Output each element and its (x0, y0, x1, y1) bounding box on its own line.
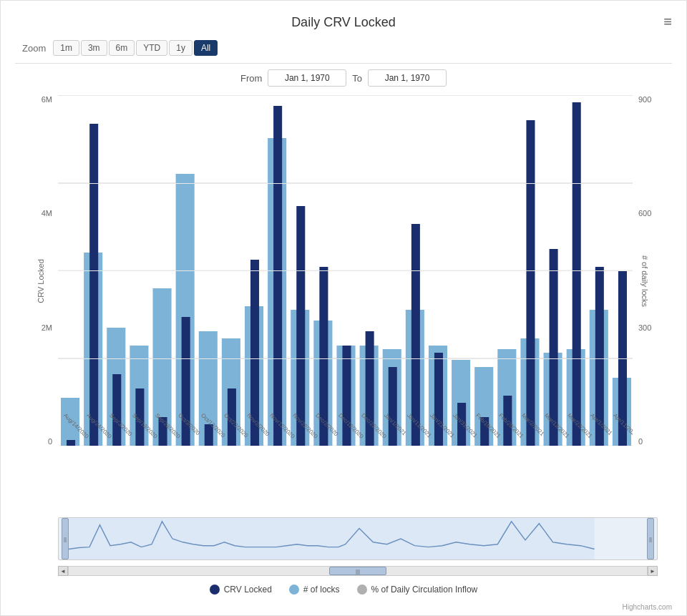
zoom-ytd[interactable]: YTD (136, 40, 167, 56)
zoom-6m[interactable]: 6m (109, 40, 135, 56)
zoom-3m[interactable]: 3m (81, 40, 107, 56)
y-right-label-900: 900 (638, 95, 651, 104)
y-axis-right: 900 600 300 0 (633, 95, 672, 467)
scroll-thumb[interactable]: ||| (329, 567, 387, 575)
from-date-input[interactable] (268, 69, 346, 87)
to-date-input[interactable] (368, 69, 447, 87)
grid-line-top (58, 95, 633, 96)
zoom-label: Zoom (22, 43, 46, 54)
svg-text:Apr/1/2021: Apr/1/2021 (589, 412, 613, 436)
y-right-label-0: 0 (638, 437, 643, 446)
legend-dot-circulation (357, 585, 367, 595)
y-left-label-4m: 4M (42, 209, 52, 217)
svg-rect-80 (69, 518, 595, 559)
scroll-right-arrow[interactable]: ► (648, 566, 658, 576)
y-right-label-600: 600 (638, 209, 651, 217)
scrollbar-area: ◄ ||| ► (58, 566, 658, 576)
legend-dot-locks (289, 585, 299, 595)
y-left-label-2m: 2M (42, 323, 52, 332)
zoom-1y[interactable]: 1y (169, 40, 193, 56)
date-range-row: From To (15, 69, 672, 87)
x-axis-labels: Aug/14/2020 Aug/24/2020 Sep/3/2020 Sep/1… (58, 409, 633, 446)
navigator-handle-left[interactable]: || (62, 518, 69, 559)
legend-label-circulation: % of Daily Circulation Inflow (371, 585, 478, 595)
zoom-all[interactable]: All (194, 40, 218, 56)
scroll-track[interactable]: ||| (68, 566, 648, 576)
chart-container: Daily CRV Locked ≡ Zoom 1m 3m 6m YTD 1y … (0, 0, 687, 616)
y-left-label-0: 0 (48, 437, 52, 446)
legend-item-circulation: % of Daily Circulation Inflow (357, 585, 478, 595)
bars-area: Aug/14/2020 Aug/24/2020 Sep/3/2020 Sep/1… (58, 95, 633, 446)
y-axis-left-title: CRV Locked (36, 259, 45, 303)
to-label: To (352, 73, 362, 84)
navigator-svg (69, 518, 595, 559)
legend-area: CRV Locked # of locks % of Daily Circula… (15, 585, 672, 595)
legend-label-crv-locked: CRV Locked (224, 585, 272, 595)
hamburger-menu[interactable]: ≡ (663, 14, 672, 30)
grid-line-25 (58, 183, 633, 184)
grid-line-75 (58, 358, 633, 359)
navigator-wrapper: || || ◄ ||| ► (15, 517, 672, 576)
zoom-controls: Zoom 1m 3m 6m YTD 1y All (15, 40, 672, 56)
x-labels-svg: Aug/14/2020 Aug/24/2020 Sep/3/2020 Sep/1… (58, 409, 633, 446)
svg-text:Oct/3/2020: Oct/3/2020 (177, 412, 201, 436)
y-axis-right-title: # of daily locks (640, 255, 649, 307)
chart-title: Daily CRV Locked (15, 15, 672, 30)
highcharts-credit: Highcharts.com (623, 603, 672, 611)
legend-item-crv-locked: CRV Locked (210, 585, 272, 595)
legend-item-locks: # of locks (289, 585, 340, 595)
zoom-1m[interactable]: 1m (53, 40, 79, 56)
y-left-label-6m: 6M (42, 95, 52, 104)
chart-area: 6M 4M 2M 0 900 600 300 0 CRV Locked # of… (15, 95, 672, 467)
svg-text:Apr/11/2021: Apr/11/2021 (612, 412, 633, 439)
legend-dot-crv-locked (210, 585, 220, 595)
navigator-handle-right[interactable]: || (647, 518, 654, 559)
navigator-area[interactable]: || || (58, 517, 658, 560)
grid-lines (58, 95, 633, 446)
y-right-label-300: 300 (638, 323, 651, 332)
from-label: From (240, 73, 262, 84)
separator (15, 63, 672, 64)
legend-label-locks: # of locks (303, 585, 340, 595)
grid-line-50 (58, 270, 633, 271)
scroll-left-arrow[interactable]: ◄ (58, 566, 68, 576)
